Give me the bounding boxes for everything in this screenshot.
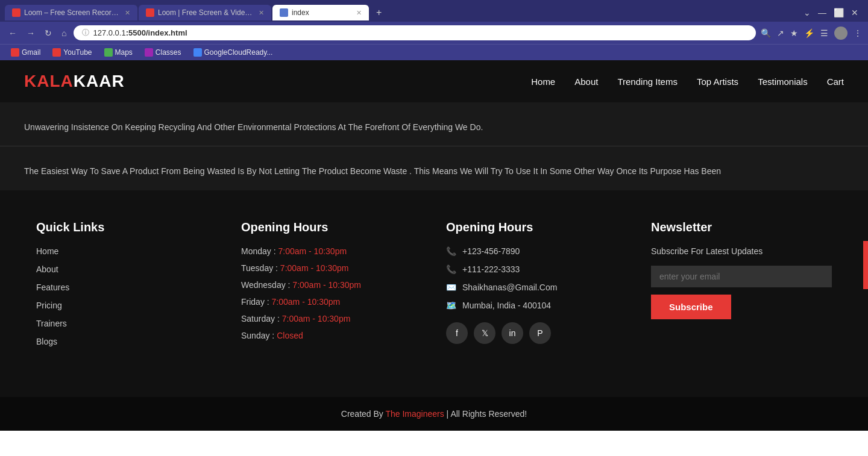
bookmark-youtube[interactable]: YouTube bbox=[48, 47, 96, 58]
forward-button[interactable]: → bbox=[24, 27, 37, 39]
main-content: Unwavering Insistence On Keeping Recycli… bbox=[0, 102, 868, 190]
nav-home[interactable]: Home bbox=[531, 77, 555, 87]
hours-sunday-time: Closed bbox=[277, 331, 303, 340]
address-bar[interactable]: ⓘ 127.0.0.1:5500/index.html bbox=[74, 25, 756, 40]
maximize-button[interactable]: ⬜ bbox=[834, 8, 844, 17]
hours-monday-time: 7:00am - 10:30pm bbox=[278, 246, 347, 256]
home-button[interactable]: ⌂ bbox=[59, 27, 69, 39]
toolbar-icons: 🔍 ↗ ★ ⚡ ☰ ⋮ bbox=[761, 27, 862, 40]
footer-grid: Quick Links Home About Features Pricing … bbox=[36, 220, 832, 355]
contact-address: 🗺️ Mumbai, India - 400104 bbox=[446, 301, 627, 310]
footer-link-about[interactable]: About bbox=[36, 264, 217, 274]
tab-3-close[interactable]: ✕ bbox=[356, 9, 362, 17]
hours-monday: Monday : 7:00am - 10:30pm bbox=[241, 246, 422, 256]
search-icon[interactable]: 🔍 bbox=[761, 28, 771, 38]
bookmark-gcr[interactable]: GoogleCloudReady... bbox=[189, 47, 278, 58]
tab-3[interactable]: index ✕ bbox=[272, 5, 369, 20]
hours-friday-time: 7:00am - 10:30pm bbox=[272, 297, 341, 307]
new-tab-button[interactable]: + bbox=[370, 4, 388, 22]
bookmark-classes-label: Classes bbox=[156, 48, 181, 57]
logo-kala: KALA bbox=[24, 72, 74, 90]
footer-link-features[interactable]: Features bbox=[36, 283, 217, 292]
bookmark-maps[interactable]: Maps bbox=[99, 47, 137, 58]
footer-bottom-brand[interactable]: The Imagineers bbox=[385, 409, 444, 419]
hours-friday: Friday : 7:00am - 10:30pm bbox=[241, 297, 422, 307]
footer-link-blogs[interactable]: Blogs bbox=[36, 337, 217, 346]
email-text: Shaikhanas@Gmail.Com bbox=[462, 283, 557, 292]
restore-button[interactable]: — bbox=[818, 8, 826, 17]
bookmarks-bar: Gmail YouTube Maps Classes GoogleCloudRe… bbox=[0, 44, 868, 60]
nav-testimonials[interactable]: Testimonials bbox=[758, 77, 808, 87]
nav-trending[interactable]: Trending Items bbox=[617, 77, 678, 87]
phone-icon-1: 📞 bbox=[446, 246, 456, 256]
hours-tuesday: Tuesday : 7:00am - 10:30pm bbox=[241, 263, 422, 273]
extension-icon[interactable]: ⚡ bbox=[804, 28, 814, 38]
tab-bar: Loom – Free Screen Recorder &... ✕ Loom … bbox=[0, 0, 868, 22]
nav-about[interactable]: About bbox=[574, 77, 598, 87]
window-controls: ⌄ — ⬜ ✕ bbox=[804, 8, 863, 17]
bookmark-gmail-label: Gmail bbox=[22, 48, 40, 57]
footer-contact: Opening Hours 📞 +123-456-7890 📞 +111-222… bbox=[446, 220, 627, 355]
bookmark-classes[interactable]: Classes bbox=[140, 47, 186, 58]
social-facebook[interactable]: f bbox=[446, 322, 468, 344]
phone-icon-2: 📞 bbox=[446, 264, 456, 274]
hours-wednesday: Wednesday : 7:00am - 10:30pm bbox=[241, 280, 422, 290]
footer-bottom: Created By The Imagineers | All Rights R… bbox=[0, 397, 868, 431]
tab-2-favicon bbox=[146, 8, 154, 17]
footer-link-trainers[interactable]: Trainers bbox=[36, 319, 217, 328]
quick-links-title: Quick Links bbox=[36, 220, 217, 234]
youtube-icon bbox=[52, 48, 61, 57]
footer-link-pricing[interactable]: Pricing bbox=[36, 301, 217, 310]
email-input[interactable] bbox=[651, 266, 832, 287]
social-pinterest[interactable]: P bbox=[529, 322, 551, 344]
bookmark-youtube-label: YouTube bbox=[63, 48, 92, 57]
close-button[interactable]: ✕ bbox=[851, 8, 858, 17]
hours-sunday: Sunday : Closed bbox=[241, 331, 422, 340]
profile-avatar[interactable] bbox=[834, 27, 848, 40]
newsletter-title: Newsletter bbox=[651, 220, 832, 234]
bookmark-icon[interactable]: ★ bbox=[790, 28, 798, 38]
content-block-1: Unwavering Insistence On Keeping Recycli… bbox=[0, 102, 868, 146]
nav-cart[interactable]: Cart bbox=[827, 77, 844, 87]
classes-icon bbox=[145, 48, 153, 57]
social-twitter[interactable]: 𝕏 bbox=[474, 322, 495, 344]
sidebar-icon[interactable]: ☰ bbox=[820, 28, 828, 38]
bookmark-gmail[interactable]: Gmail bbox=[6, 47, 45, 58]
subscribe-button[interactable]: Subscribe bbox=[651, 295, 731, 319]
logo: KALAKAAR bbox=[24, 72, 125, 91]
nav-links: Home About Trending Items Top Artists Te… bbox=[531, 77, 844, 87]
contact-title: Opening Hours bbox=[446, 220, 627, 234]
footer-newsletter: Newsletter Subscribe For Latest Updates … bbox=[651, 220, 832, 355]
share-icon[interactable]: ↗ bbox=[777, 28, 784, 38]
newsletter-subtitle: Subscribe For Latest Updates bbox=[651, 246, 832, 256]
footer-link-home[interactable]: Home bbox=[36, 246, 217, 256]
location-icon: 🗺️ bbox=[446, 301, 456, 310]
nav-artists[interactable]: Top Artists bbox=[697, 77, 738, 87]
gcr-icon bbox=[193, 48, 202, 57]
tab-1[interactable]: Loom – Free Screen Recorder &... ✕ bbox=[5, 5, 137, 20]
tab-2[interactable]: Loom | Free Screen & Video Rec... ✕ bbox=[139, 5, 271, 20]
address-bar-row: ← → ↻ ⌂ ⓘ 127.0.0.1:5500/index.html 🔍 ↗ … bbox=[0, 22, 868, 44]
hours-sunday-day: Sunday : bbox=[241, 331, 277, 340]
content-block-2: The Easiest Way To Save A Product From B… bbox=[0, 146, 868, 190]
content-text-2: The Easiest Way To Save A Product From B… bbox=[24, 164, 844, 178]
website-content: KALAKAAR Home About Trending Items Top A… bbox=[0, 60, 868, 431]
tab-1-favicon bbox=[12, 8, 20, 17]
opening-hours-1-title: Opening Hours bbox=[241, 220, 422, 234]
address-text: Mumbai, India - 400104 bbox=[462, 301, 551, 310]
back-button[interactable]: ← bbox=[6, 27, 19, 39]
menu-icon[interactable]: ⋮ bbox=[854, 28, 862, 38]
contact-email: ✉️ Shaikhanas@Gmail.Com bbox=[446, 283, 627, 292]
refresh-button[interactable]: ↻ bbox=[42, 27, 54, 39]
hours-tuesday-day: Tuesday : bbox=[241, 263, 280, 273]
gmail-icon bbox=[11, 48, 19, 57]
scroll-indicator[interactable] bbox=[863, 241, 868, 289]
hours-tuesday-time: 7:00am - 10:30pm bbox=[280, 263, 349, 273]
navbar: KALAKAAR Home About Trending Items Top A… bbox=[0, 60, 868, 102]
tab-2-close[interactable]: ✕ bbox=[259, 9, 264, 17]
tab-1-close[interactable]: ✕ bbox=[125, 9, 130, 17]
contact-phone2: 📞 +111-222-3333 bbox=[446, 264, 627, 274]
social-linkedin[interactable]: in bbox=[502, 322, 523, 344]
content-text-1: Unwavering Insistence On Keeping Recycli… bbox=[24, 120, 844, 134]
minimize-button[interactable]: ⌄ bbox=[804, 8, 811, 17]
